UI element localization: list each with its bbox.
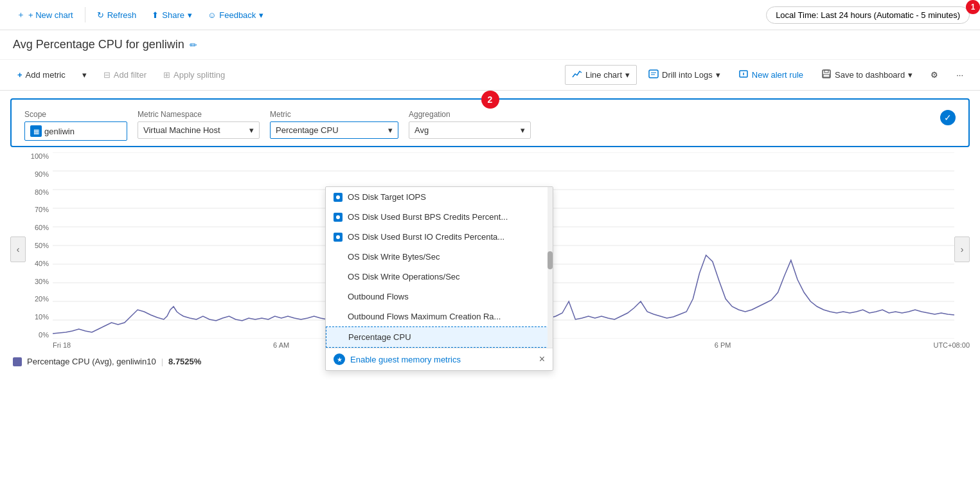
chart-nav-right-button[interactable]: ›	[954, 237, 970, 262]
chevron-down-icon: ▾	[188, 10, 192, 20]
metric-group: Metric Percentage CPU ▾	[270, 110, 398, 139]
add-metric-dropdown-button[interactable]: ▾	[75, 66, 94, 84]
scope-input[interactable]: ▦ genliwin	[24, 121, 127, 141]
filter-icon: ⊟	[103, 70, 111, 80]
y-label-100: 100%	[26, 152, 53, 160]
chevron-down-icon-m: ▾	[388, 125, 393, 135]
y-label-20: 20%	[26, 295, 53, 303]
add-metric-button[interactable]: + Add metric	[10, 66, 73, 84]
gear-icon: ⚙	[931, 70, 938, 80]
new-chart-button[interactable]: ＋ + New chart	[10, 5, 80, 24]
refresh-button[interactable]: ↻ Refresh	[91, 6, 143, 24]
divider-1	[85, 7, 85, 22]
dropdown-item[interactable]: OS Disk Write Bytes/Sec	[326, 247, 553, 267]
dropdown-item-label: Outbound Flows	[348, 292, 409, 301]
enable-guest-memory-link[interactable]: Enable guest memory metrics	[350, 355, 461, 364]
svg-rect-0	[649, 70, 658, 78]
chevron-down-icon-metric: ▾	[82, 70, 87, 80]
add-metric-label: Add metric	[26, 70, 66, 80]
dropdown-item[interactable]: OS Disk Write Operations/Sec	[326, 267, 553, 287]
dropdown-item-label: Outbound Flows Maximum Creation Ra...	[348, 312, 501, 321]
add-filter-button[interactable]: ⊟ Add filter	[96, 66, 154, 84]
metric-dot-icon	[334, 213, 343, 222]
dropdown-item[interactable]: Outbound Flows Maximum Creation Ra...	[326, 307, 553, 326]
metric-dropdown-menu: OS Disk Target IOPS OS Disk Used Burst B…	[325, 186, 553, 371]
dropdown-item-label: OS Disk Write Operations/Sec	[348, 272, 460, 281]
chart-nav-left-button[interactable]: ‹	[10, 237, 26, 262]
ellipsis-icon: ···	[956, 70, 963, 80]
drill-into-logs-button[interactable]: Drill into Logs ▾	[642, 66, 727, 84]
chevron-down-icon-agg: ▾	[521, 125, 525, 135]
aggregation-value: Avg	[414, 125, 429, 135]
y-label-70: 70%	[26, 206, 53, 213]
legend-label: Percentage CPU (Avg), genliwin10	[27, 357, 156, 366]
enable-guest-label: Enable guest memory metrics	[350, 355, 461, 364]
metric-dropdown[interactable]: Percentage CPU ▾	[270, 121, 398, 139]
x-label-6pm: 6 PM	[715, 341, 731, 349]
confirm-button[interactable]: ✓	[940, 110, 956, 125]
y-label-10: 10%	[26, 313, 53, 321]
page-title: Avg Percentage CPU for genliwin	[13, 38, 184, 51]
notification-badge: 1	[966, 0, 980, 14]
refresh-icon: ↻	[97, 10, 104, 20]
y-label-0: 0%	[26, 331, 53, 339]
alert-icon	[738, 69, 749, 80]
close-dropdown-button[interactable]: ×	[539, 353, 545, 365]
namespace-dropdown[interactable]: Virtual Machine Host ▾	[138, 121, 260, 139]
feedback-button[interactable]: ☺ Feedback ▾	[201, 6, 270, 24]
chevron-down-icon-ns: ▾	[249, 125, 254, 135]
save-icon	[821, 69, 832, 80]
dropdown-item-label: Percentage CPU	[348, 332, 411, 342]
metric-label: Metric	[270, 110, 398, 119]
dropdown-item-label: OS Disk Write Bytes/Sec	[348, 252, 440, 262]
legend-separator: |	[161, 357, 163, 366]
scope-value: genliwin	[44, 127, 75, 136]
dropdown-item-label: OS Disk Target IOPS	[348, 192, 426, 202]
save-to-dashboard-button[interactable]: Save to dashboard ▾	[815, 66, 919, 84]
settings-button[interactable]: ⚙	[924, 66, 945, 84]
step-badge-2: 2	[481, 91, 499, 109]
more-button[interactable]: ···	[950, 66, 970, 84]
legend-value: 8.7525%	[168, 357, 201, 366]
dropdown-item[interactable]: OS Disk Used Burst BPS Credits Percent..…	[326, 207, 553, 227]
line-chart-label: Line chart	[585, 70, 622, 80]
aggregation-dropdown[interactable]: Avg ▾	[409, 121, 531, 139]
guest-memory-icon: ★	[334, 353, 345, 365]
line-chart-button[interactable]: Line chart ▾	[565, 65, 637, 85]
dropdown-item-selected[interactable]: Percentage CPU	[326, 326, 553, 348]
x-label-utc: UTC+08:00	[933, 341, 970, 349]
chevron-down-icon-4: ▾	[716, 70, 720, 80]
dropdown-item-label: OS Disk Used Burst BPS Credits Percent..…	[348, 212, 508, 222]
scope-label: Scope	[24, 110, 127, 119]
action-bar: + Add metric ▾ ⊟ Add filter ⊞ Apply spli…	[0, 60, 980, 91]
x-label-6am: 6 AM	[273, 341, 289, 349]
apply-splitting-button[interactable]: ⊞ Apply splitting	[156, 66, 232, 84]
plus-icon-blue: +	[17, 70, 22, 80]
namespace-group: Metric Namespace Virtual Machine Host ▾	[138, 110, 260, 139]
svg-rect-6	[823, 70, 830, 78]
new-alert-rule-button[interactable]: New alert rule	[732, 66, 810, 84]
y-label-40: 40%	[26, 260, 53, 267]
scrollbar-thumb[interactable]	[548, 251, 553, 269]
split-icon: ⊞	[163, 70, 170, 80]
x-label-fri18: Fri 18	[53, 341, 71, 349]
share-button[interactable]: ⬆ Share ▾	[145, 6, 199, 24]
y-label-80: 80%	[26, 188, 53, 196]
scrollbar-track	[548, 187, 553, 348]
edit-icon[interactable]: ✏	[190, 40, 197, 50]
dropdown-item[interactable]: Outbound Flows	[326, 287, 553, 307]
svg-point-5	[743, 76, 744, 77]
plus-icon: ＋	[17, 9, 25, 21]
logs-icon	[648, 69, 659, 80]
dropdown-item[interactable]: OS Disk Target IOPS	[326, 187, 553, 207]
vm-icon: ▦	[30, 125, 42, 137]
dropdown-item[interactable]: OS Disk Used Burst IO Credits Percenta..…	[326, 227, 553, 247]
apply-splitting-label: Apply splitting	[174, 70, 225, 80]
feedback-label: Feedback	[219, 10, 256, 20]
aggregation-label: Aggregation	[409, 110, 531, 119]
time-selector-button[interactable]: Local Time: Last 24 hours (Automatic - 5…	[766, 6, 970, 24]
new-alert-rule-label: New alert rule	[752, 70, 803, 80]
scope-group: Scope ▦ genliwin	[24, 110, 127, 141]
metric-value: Percentage CPU	[276, 125, 339, 135]
metric-dot-icon	[334, 193, 343, 202]
